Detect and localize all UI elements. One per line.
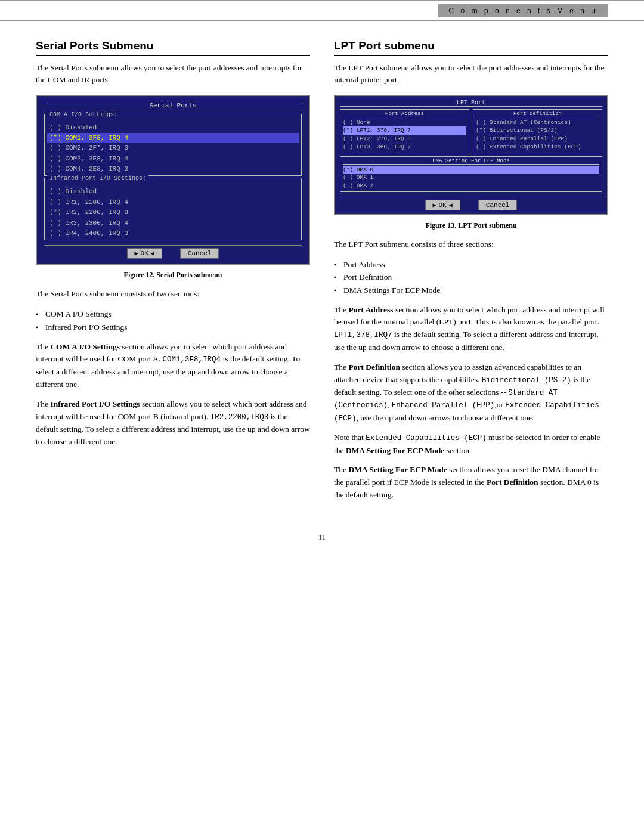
ir-option-1: ( ) IR1, 2100, IRQ 4 bbox=[47, 197, 299, 208]
content-area: Serial Ports Submenu The Serial Ports su… bbox=[0, 39, 644, 509]
lpt-figure-caption: Figure 13. LPT Port submenu bbox=[334, 221, 608, 230]
ir-option-3: ( ) IR3, 2300, IRQ 4 bbox=[47, 218, 299, 228]
lpt-para1: The Port Address section allows you to s… bbox=[334, 304, 608, 354]
serial-bullet-2: Infrared Port I/O Settings bbox=[36, 321, 310, 334]
com-section-label: COM A I/O Settings: bbox=[47, 112, 120, 118]
serial-cancel-button[interactable]: Cancel bbox=[180, 248, 219, 259]
ir-section-label: Infrared Port I/O Settings: bbox=[47, 175, 148, 182]
lpt-addr-1: (*) LPT1, 378, IRQ 7 bbox=[343, 126, 466, 135]
serial-para1: The COM A I/O Settings section allows yo… bbox=[36, 341, 310, 391]
ok-arrow-icon: ▶ bbox=[135, 250, 138, 257]
com-option-1: (*) COM1, 3F8, IRQ 4 bbox=[47, 133, 299, 143]
lpt-bullet-list: Port Address Port Definition DMA Setting… bbox=[334, 258, 608, 297]
ir-option-4: ( ) IR4, 2400, IRQ 3 bbox=[47, 228, 299, 239]
lpt-para2: The Port Definition section allows you t… bbox=[334, 361, 608, 425]
lpt-addr-3: ( ) LPT3, 3BC, IRQ 7 bbox=[343, 143, 466, 151]
com-default-code: COM1,3F8,IRQ4 bbox=[163, 355, 221, 364]
serial-ports-intro: The Serial Ports submenu allows you to s… bbox=[36, 62, 310, 86]
port-def-col: Port Definition ( ) Standard AT (Centron… bbox=[473, 109, 602, 153]
lpt-consists-of: The LPT Port submenu consists of three s… bbox=[334, 239, 608, 251]
header-bar: C o m p o n e n t s M e n u bbox=[0, 0, 644, 21]
serial-bullet-list: COM A I/O Settings Infrared Port I/O Set… bbox=[36, 308, 310, 333]
com-option-2: ( ) COM2, 2F*, IRQ 3 bbox=[47, 143, 299, 153]
lpt-bullet-3: DMA Settings For ECP Mode bbox=[334, 284, 608, 297]
lpt-def-0: ( ) Standard AT (Centronics) bbox=[476, 119, 599, 127]
com-option-0: ( ) Disabled bbox=[47, 123, 299, 133]
cancel-label: Cancel bbox=[188, 250, 212, 257]
left-column: Serial Ports Submenu The Serial Ports su… bbox=[36, 39, 310, 509]
port-def-bold2: Port Definition bbox=[487, 478, 538, 487]
lpt-ok-button[interactable]: ▶ OK ◀ bbox=[425, 200, 460, 210]
dma-opt-1: ( ) DMA 1 bbox=[343, 174, 599, 182]
page: C o m p o n e n t s M e n u Serial Ports… bbox=[0, 0, 644, 833]
lpt-cancel-button[interactable]: Cancel bbox=[478, 200, 518, 210]
lpt-def-1: (*) Bidirectional (PS/2) bbox=[476, 126, 599, 135]
ir-option-2: (*) IR2, 2200, IRQ 3 bbox=[47, 208, 299, 218]
lpt-port-intro: The LPT Port submenu allows you to selec… bbox=[334, 62, 608, 86]
port-address-bold: Port Address bbox=[348, 305, 393, 314]
lpt-ok-arrow-icon: ▶ bbox=[433, 202, 436, 209]
serial-bullet-1: COM A I/O Settings bbox=[36, 308, 310, 321]
lpt-addr-0: ( ) None bbox=[343, 119, 466, 127]
lpt-port-heading: LPT Port submenu bbox=[334, 39, 608, 56]
port-address-col: Port Address ( ) None (*) LPT1, 378, IRQ… bbox=[340, 109, 469, 153]
dma-section: DMA Setting For ECP Mode (*) DMA 0 ( ) D… bbox=[340, 156, 602, 192]
lpt-bullet-2: Port Definition bbox=[334, 271, 608, 284]
lpt-two-col: Port Address ( ) None (*) LPT1, 378, IRQ… bbox=[340, 109, 602, 153]
serial-ports-bios-title: Serial Ports bbox=[44, 101, 302, 110]
serial-figure-caption: Figure 12. Serial Ports submenu bbox=[36, 271, 310, 280]
bidir-code: Bidirectional (PS-2) bbox=[482, 376, 571, 385]
com-bold: COM A I/O Settings bbox=[50, 342, 120, 351]
lpt-cancel-label: Cancel bbox=[486, 202, 510, 209]
com-section-box: COM A I/O Settings: ( ) Disabled (*) COM… bbox=[44, 114, 302, 176]
serial-consists-of: The Serial Ports submenu consists of two… bbox=[36, 288, 310, 301]
port-address-title: Port Address bbox=[343, 111, 466, 117]
ecp-note-code: Extended Capabilities (ECP) bbox=[366, 434, 487, 442]
serial-para2: The Infrared Port I/O Settings section a… bbox=[36, 398, 310, 448]
ir-default-code: IR2,2200,IRQ3 bbox=[210, 413, 269, 422]
ok-arrow-right-icon: ◀ bbox=[151, 250, 154, 257]
dma-opt-0: (*) DMA 0 bbox=[343, 166, 599, 174]
page-number: 11 bbox=[0, 532, 644, 554]
com-option-4: ( ) COM4, 2E8, IRQ 3 bbox=[47, 164, 299, 174]
com-option-3: ( ) COM3, 3E8, IRQ 4 bbox=[47, 154, 299, 164]
lpt-def-2: ( ) Enhanced Parallel (EPP) bbox=[476, 135, 599, 143]
lpt-para4: The DMA Setting For ECP Mode section all… bbox=[334, 464, 608, 501]
enhanced-parallel-code: Enhanced Parallel (EPP) bbox=[392, 401, 495, 410]
serial-ports-bios-screen: Serial Ports COM A I/O Settings: ( ) Dis… bbox=[36, 95, 310, 265]
dma-title: DMA Setting For ECP Mode bbox=[343, 158, 599, 165]
port-def-bold: Port Definition bbox=[348, 363, 400, 371]
dma-bold: DMA Setting For ECP Mode bbox=[346, 446, 445, 455]
dma-bold2: DMA Setting For ECP Mode bbox=[348, 465, 447, 474]
port-def-title: Port Definition bbox=[476, 111, 599, 117]
right-column: LPT Port submenu The LPT Port submenu al… bbox=[334, 39, 608, 509]
ir-section-box: Infrared Port I/O Settings: ( ) Disabled… bbox=[44, 178, 302, 240]
lpt-ok-arrow-right-icon: ◀ bbox=[449, 202, 453, 209]
lpt-def-3: ( ) Extended Capabilities (ECP) bbox=[476, 143, 599, 151]
ir-bold: Infrared Port I/O Settings bbox=[50, 400, 140, 408]
lpt-addr-2: ( ) LPT2, 278, IRQ 5 bbox=[343, 135, 466, 143]
dma-opt-2: ( ) DMA 2 bbox=[343, 182, 599, 190]
serial-bios-buttons: ▶ OK ◀ Cancel bbox=[44, 245, 302, 259]
ir-option-0: ( ) Disabled bbox=[47, 187, 299, 197]
lpt-bios-buttons: ▶ OK ◀ Cancel bbox=[340, 197, 602, 210]
lpt-bullet-1: Port Address bbox=[334, 258, 608, 271]
serial-ok-button[interactable]: ▶ OK ◀ bbox=[127, 248, 162, 259]
lpt-ok-label: OK bbox=[439, 202, 447, 209]
header-title: C o m p o n e n t s M e n u bbox=[438, 4, 608, 17]
lpt-bios-title: LPT Port bbox=[340, 100, 602, 107]
lpt-bios-screen: LPT Port Port Address ( ) None (*) LPT1,… bbox=[334, 95, 608, 215]
lpt-default-code: LPT1,378,IRQ7 bbox=[334, 331, 392, 339]
ok-label: OK bbox=[141, 250, 148, 257]
serial-ports-heading: Serial Ports Submenu bbox=[36, 39, 310, 56]
lpt-para3: Note that Extended Capabilities (ECP) mu… bbox=[334, 432, 608, 457]
